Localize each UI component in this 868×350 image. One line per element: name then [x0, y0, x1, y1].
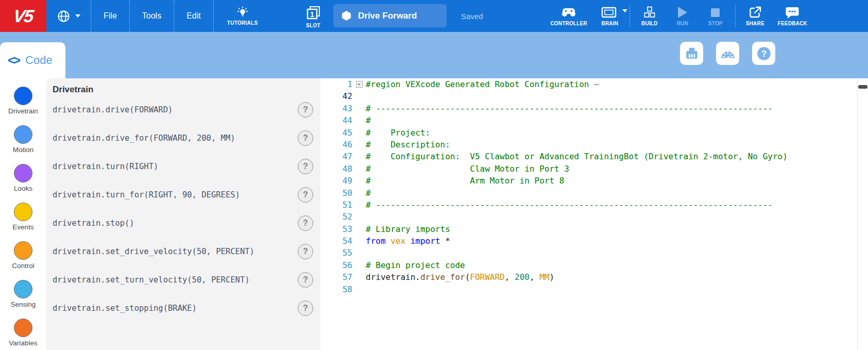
device-info-button[interactable]: [680, 42, 703, 65]
category-dot[interactable]: [14, 87, 32, 105]
command-help-button[interactable]: ?: [298, 244, 313, 259]
run-button[interactable]: RUN: [666, 0, 699, 32]
fold-expand-icon[interactable]: +: [356, 81, 363, 88]
command-help-button[interactable]: ?: [298, 159, 313, 174]
language-menu[interactable]: [46, 0, 91, 32]
editor-line: 54from vex import *: [320, 235, 868, 247]
sidebar-item-control[interactable]: Control: [0, 241, 46, 270]
line-code: # --------------------------------------…: [366, 103, 868, 114]
command-text[interactable]: drivetrain.drive_for(FORWARD, 200, MM): [53, 134, 235, 143]
command-help-button[interactable]: ?: [298, 102, 313, 118]
category-dot[interactable]: [14, 125, 32, 144]
project-name-field[interactable]: Drive Forward: [333, 4, 447, 27]
category-dot[interactable]: [14, 319, 32, 337]
slot-label: SLOT: [306, 23, 320, 28]
vexcode-window: V5 File Tools Edit: [0, 0, 868, 350]
fold-column: [352, 235, 366, 247]
fold-column: [352, 223, 366, 235]
lightbulb-icon: [236, 6, 249, 19]
category-label: Motion: [13, 146, 34, 154]
line-number: 48: [320, 163, 352, 175]
editor-line: 46# Description:: [320, 139, 868, 151]
command-text[interactable]: drivetrain.set_drive_velocity(50, PERCEN…: [53, 247, 254, 256]
fold-column: [352, 90, 366, 102]
command-text[interactable]: drivetrain.drive(FORWARD): [53, 105, 173, 114]
line-number: 53: [320, 223, 352, 235]
code-brackets-icon: <>: [8, 53, 19, 68]
fold-column: [352, 103, 366, 114]
gauge-icon: [720, 46, 736, 61]
category-label: Drivetrain: [8, 107, 38, 115]
command-text[interactable]: drivetrain.set_turn_velocity(50, PERCENT…: [53, 275, 250, 285]
sidebar-item-events[interactable]: Events: [0, 203, 46, 231]
menu-tools[interactable]: Tools: [130, 0, 174, 32]
command-row[interactable]: drivetrain.turn_for(RIGHT, 90, DEGREES)?: [46, 180, 320, 209]
fold-column: [352, 199, 366, 211]
fold-column: [352, 175, 366, 187]
controller-button[interactable]: CONTROLLER: [544, 0, 593, 32]
editor-line: 42: [320, 90, 868, 102]
toolbar-divider: [735, 5, 736, 27]
command-help-button[interactable]: ?: [298, 130, 313, 146]
command-help-button[interactable]: ?: [298, 301, 313, 316]
command-help-button[interactable]: ?: [298, 215, 313, 231]
line-number: 42: [320, 90, 352, 102]
editor-line: 1+#region VEXcode Generated Robot Config…: [320, 78, 868, 90]
command-row[interactable]: drivetrain.drive(FORWARD)?: [46, 95, 320, 124]
line-code: # Library imports: [366, 223, 868, 235]
editor-lines: 1+#region VEXcode Generated Robot Config…: [320, 78, 868, 295]
editor-line: 49# Arm Motor in Port 8: [320, 175, 868, 187]
command-text[interactable]: drivetrain.set_stopping(BRAKE): [53, 304, 197, 313]
fold-column: [352, 259, 366, 271]
category-dot[interactable]: [14, 203, 32, 221]
command-palette: Drivetrain drivetrain.drive(FORWARD)?dri…: [46, 78, 320, 350]
feedback-button[interactable]: FEEDBACK: [772, 0, 813, 32]
brain-button[interactable]: BRAIN: [593, 0, 626, 32]
code-editor[interactable]: 1+#region VEXcode Generated Robot Config…: [320, 78, 868, 350]
share-button[interactable]: SHARE: [739, 0, 772, 32]
line-code: #: [366, 114, 868, 126]
top-toolbar: V5 File Tools Edit: [0, 0, 868, 32]
vex-v5-logo[interactable]: V5: [0, 0, 46, 32]
dashboard-button[interactable]: [716, 42, 739, 65]
line-number: 50: [320, 187, 352, 199]
tutorials-label: TUTORIALS: [227, 20, 258, 26]
command-text[interactable]: drivetrain.stop(): [53, 219, 134, 228]
line-code: # Project:: [366, 127, 868, 139]
tab-code[interactable]: <> Code: [0, 42, 65, 78]
help-button[interactable]: ?: [752, 42, 775, 65]
command-help-button[interactable]: ?: [298, 272, 313, 288]
command-row[interactable]: drivetrain.turn(RIGHT)?: [46, 152, 320, 180]
sidebar-item-variables[interactable]: Variables: [0, 319, 46, 347]
command-help-button[interactable]: ?: [298, 187, 313, 203]
command-row[interactable]: drivetrain.set_drive_velocity(50, PERCEN…: [46, 237, 320, 265]
command-row[interactable]: drivetrain.drive_for(FORWARD, 200, MM)?: [46, 124, 320, 152]
editor-line: 53# Library imports: [320, 223, 868, 235]
fold-column: [352, 284, 366, 295]
editor-line: 58: [320, 284, 868, 295]
sidebar-item-sensing[interactable]: Sensing: [0, 280, 46, 308]
command-text[interactable]: drivetrain.turn(RIGHT): [53, 162, 158, 171]
command-row[interactable]: drivetrain.set_turn_velocity(50, PERCENT…: [46, 265, 320, 294]
command-row[interactable]: drivetrain.stop()?: [46, 209, 320, 237]
line-code: [366, 284, 868, 295]
tutorials-button[interactable]: TUTORIALS: [214, 0, 271, 32]
category-dot[interactable]: [14, 241, 32, 260]
build-button[interactable]: BUILD: [633, 0, 666, 32]
stop-button[interactable]: STOP: [699, 0, 732, 32]
line-number: 51: [320, 199, 352, 211]
slot-button[interactable]: 1 SLOT: [300, 3, 326, 30]
command-text[interactable]: drivetrain.turn_for(RIGHT, 90, DEGREES): [53, 190, 240, 199]
category-dot[interactable]: [14, 280, 32, 298]
scrollbar-thumb[interactable]: [858, 85, 867, 89]
sidebar-item-drivetrain[interactable]: Drivetrain: [0, 87, 46, 115]
category-dot[interactable]: [14, 164, 32, 182]
category-label: Looks: [14, 185, 32, 192]
command-row[interactable]: drivetrain.set_stopping(BRAKE)?: [46, 294, 320, 322]
sidebar-item-looks[interactable]: Looks: [0, 164, 46, 192]
fold-column: [352, 211, 366, 223]
sidebar-item-motion[interactable]: Motion: [0, 125, 46, 154]
menu-file[interactable]: File: [91, 0, 130, 32]
menu-edit[interactable]: Edit: [174, 0, 214, 32]
editor-scrollbar[interactable]: [857, 78, 868, 350]
